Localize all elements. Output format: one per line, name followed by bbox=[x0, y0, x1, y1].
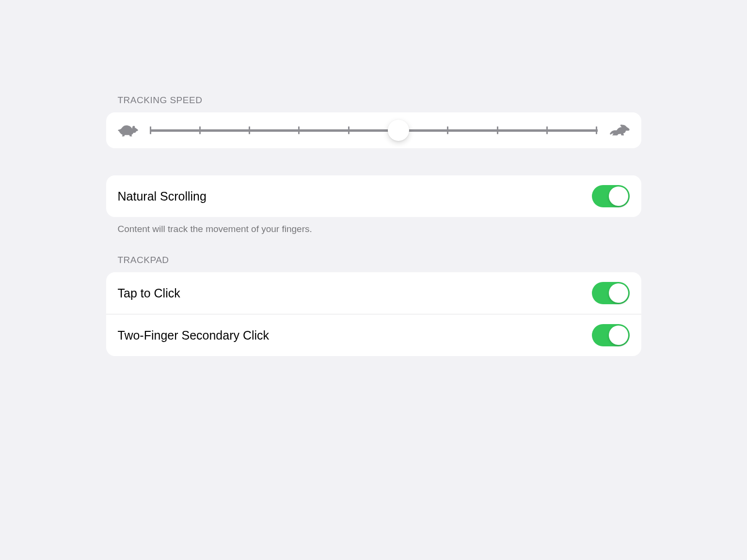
toggle-knob bbox=[609, 283, 628, 303]
two-finger-secondary-row: Two-Finger Secondary Click bbox=[106, 314, 641, 356]
toggle-knob bbox=[609, 187, 628, 206]
natural-scrolling-row: Natural Scrolling bbox=[106, 175, 641, 217]
tortoise-icon bbox=[118, 123, 138, 138]
tracking-speed-card bbox=[106, 112, 641, 148]
slider-track bbox=[150, 129, 598, 132]
natural-scrolling-toggle[interactable] bbox=[592, 185, 630, 207]
tap-to-click-toggle[interactable] bbox=[592, 282, 630, 304]
tap-to-click-row: Tap to Click bbox=[106, 272, 641, 314]
trackpad-header: TRACKPAD bbox=[106, 255, 641, 265]
natural-scrolling-footer: Content will track the movement of your … bbox=[106, 224, 641, 234]
tap-to-click-label: Tap to Click bbox=[118, 286, 180, 300]
tracking-speed-header: TRACKING SPEED bbox=[106, 95, 641, 106]
tracking-speed-slider[interactable] bbox=[150, 123, 598, 138]
natural-scrolling-label: Natural Scrolling bbox=[118, 189, 207, 203]
trackpad-card: Tap to Click Two-Finger Secondary Click bbox=[106, 272, 641, 356]
settings-container: TRACKING SPEED bbox=[106, 0, 641, 356]
slider-thumb[interactable] bbox=[388, 120, 409, 141]
two-finger-secondary-label: Two-Finger Secondary Click bbox=[118, 328, 270, 342]
natural-scrolling-card: Natural Scrolling bbox=[106, 175, 641, 217]
two-finger-secondary-toggle[interactable] bbox=[592, 324, 630, 346]
hare-icon bbox=[609, 123, 630, 138]
toggle-knob bbox=[609, 326, 628, 345]
